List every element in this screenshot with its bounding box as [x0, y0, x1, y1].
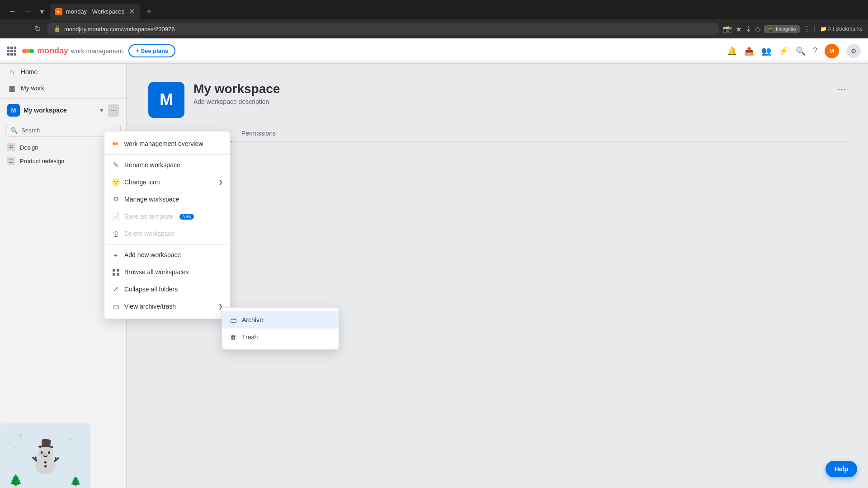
app-header: monday work management + See plans 🔔 📤 👥…: [0, 38, 868, 64]
back-icon[interactable]: ←: [5, 23, 17, 36]
extension-icon[interactable]: ◇: [755, 25, 760, 33]
close-tab-btn[interactable]: ✕: [129, 7, 135, 16]
settings-icon[interactable]: ⚙: [846, 44, 861, 58]
rename-icon: ✎: [112, 161, 120, 169]
menu-item-rename[interactable]: ✎ Rename workspace: [104, 156, 230, 174]
new-tab-btn[interactable]: +: [142, 4, 156, 19]
forward-btn[interactable]: →: [21, 5, 34, 18]
cast-icon[interactable]: 📸: [723, 25, 732, 33]
context-menu: work management overview ✎ Rename worksp…: [104, 131, 231, 319]
incognito-badge: 🥷 Incognito: [764, 25, 800, 33]
svg-rect-7: [113, 273, 115, 276]
menu-item-add-workspace[interactable]: + Add new workspace: [104, 246, 230, 263]
new-badge: New: [179, 214, 194, 220]
archive-icon: 🗃: [229, 316, 237, 324]
url-text: moodjoy.monday.com/workspaces/230976: [64, 26, 175, 33]
menu-item-wm-overview[interactable]: work management overview: [104, 135, 230, 152]
browser-chrome: ← → ▼ m monday - Workspaces ✕ + ← → ↻ 🔒 …: [0, 0, 868, 38]
menu-item-change-icon[interactable]: 🌝 Change icon ❯: [104, 174, 230, 191]
inbox-icon[interactable]: 📤: [744, 46, 754, 56]
change-icon-chevron: ❯: [218, 179, 223, 185]
logo-sub: work management: [71, 47, 123, 55]
logo: monday work management: [22, 45, 123, 57]
see-plans-button[interactable]: + See plans: [128, 44, 175, 57]
search-header-icon[interactable]: 🔍: [796, 46, 806, 56]
header-icons: 🔔 📤 👥 ⚡ 🔍 ? M ⚙: [727, 44, 861, 58]
menu-divider-1: [104, 154, 230, 155]
menu-item-archive-trash[interactable]: 🗃 View archive/trash ❯: [104, 298, 230, 315]
browse-label: Browse all workspaces: [124, 268, 189, 276]
archive-trash-label: View archive/trash: [124, 303, 176, 310]
archive-trash-submenu: 🗃 Archive 🗑 Trash: [222, 307, 339, 350]
menu-item-manage[interactable]: ⚙ Manage workspace: [104, 191, 230, 208]
integrations-icon[interactable]: ⚡: [778, 46, 788, 56]
svg-rect-5: [113, 269, 115, 272]
address-bar: ← → ↻ 🔒 moodjoy.monday.com/workspaces/23…: [0, 19, 868, 38]
svg-rect-6: [117, 269, 119, 272]
tab-bar: ← → ▼ m monday - Workspaces ✕ +: [0, 0, 868, 19]
tab-title: monday - Workspaces: [66, 8, 124, 15]
download-icon[interactable]: ⇣: [745, 25, 751, 33]
collapse-label: Collapse all folders: [124, 286, 178, 293]
more-tabs-btn[interactable]: ▼: [36, 6, 48, 17]
invite-icon[interactable]: 👥: [761, 46, 771, 56]
url-bar[interactable]: 🔒 moodjoy.monday.com/workspaces/230976: [47, 23, 719, 35]
refresh-icon[interactable]: ↻: [33, 22, 43, 36]
manage-label: Manage workspace: [124, 196, 179, 203]
menu-item-browse[interactable]: Browse all workspaces: [104, 263, 230, 281]
help-icon[interactable]: ?: [813, 46, 817, 56]
menu-item-save-template[interactable]: 📄 Save as template New: [104, 208, 230, 225]
tab-favicon: m: [55, 8, 62, 15]
submenu-item-trash[interactable]: 🗑 Trash: [222, 328, 339, 346]
svg-rect-8: [117, 273, 119, 276]
logo-text: monday: [37, 46, 68, 56]
nav-buttons: ← → ↻: [5, 22, 43, 36]
archive-trash-icon: 🗃: [112, 302, 120, 310]
bookmark-icon[interactable]: ★: [736, 25, 742, 33]
browser-menu-icon[interactable]: ⋮: [803, 25, 811, 33]
menu-divider-2: [104, 244, 230, 244]
logo-icon: [22, 45, 34, 57]
svg-point-2: [29, 49, 34, 53]
add-workspace-label: Add new workspace: [124, 251, 181, 258]
menu-item-delete[interactable]: 🗑 Delete workspace: [104, 225, 230, 242]
add-workspace-icon: +: [112, 251, 120, 259]
back-btn[interactable]: ←: [5, 5, 19, 18]
trash-label: Trash: [242, 333, 258, 341]
user-avatar[interactable]: M: [825, 44, 839, 58]
manage-icon: ⚙: [112, 195, 120, 203]
svg-point-4: [115, 142, 118, 145]
bookmarks-bar: 📁 All Bookmarks: [814, 26, 863, 32]
menu-item-collapse[interactable]: ⤢ Collapse all folders: [104, 281, 230, 298]
archive-label: Archive: [242, 316, 263, 324]
wm-overview-label: work management overview: [124, 140, 203, 147]
svg-point-3: [113, 142, 115, 145]
apps-grid-icon[interactable]: [7, 47, 16, 56]
forward-icon[interactable]: →: [19, 23, 31, 36]
help-button[interactable]: Help: [826, 461, 857, 477]
browser-toolbar-icons: 📸 ★ ⇣ ◇ 🥷 Incognito ⋮: [723, 25, 811, 33]
delete-icon: 🗑: [112, 230, 120, 238]
collapse-icon: ⤢: [112, 285, 120, 293]
save-template-label: Save as template: [124, 213, 173, 220]
trash-icon: 🗑: [229, 333, 237, 341]
delete-label: Delete workspace: [124, 230, 175, 237]
rename-label: Rename workspace: [124, 161, 180, 169]
change-icon-icon: 🌝: [112, 178, 120, 186]
notifications-icon[interactable]: 🔔: [727, 46, 737, 56]
change-icon-label: Change icon: [124, 178, 160, 186]
wm-overview-icon: [112, 140, 120, 148]
submenu-item-archive[interactable]: 🗃 Archive: [222, 311, 339, 328]
browse-icon: [112, 268, 120, 276]
save-template-icon: 📄: [112, 212, 120, 221]
active-tab[interactable]: m monday - Workspaces ✕: [50, 4, 140, 19]
